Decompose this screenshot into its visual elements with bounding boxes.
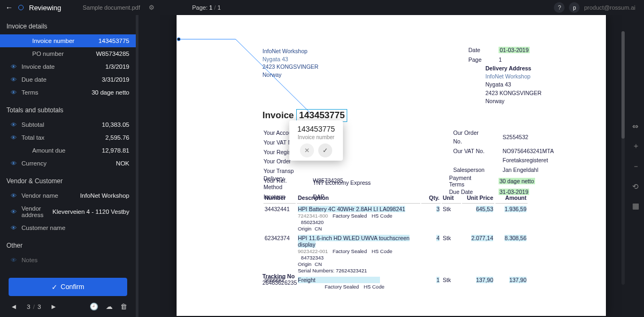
table-row: 999990 Freight Factory Sealed HS Code 1 …: [264, 276, 528, 291]
field-popup: 143453775 Invoice number ✕ ✓: [289, 120, 343, 161]
right-toolbar: ⇔ ＋ － ⟲ ▦: [630, 120, 642, 212]
clock-icon[interactable]: 🕘: [90, 302, 98, 311]
eye-icon[interactable]: 👁: [11, 121, 18, 128]
doc-delivery-address: Delivery Address InfoNet Workshop Nygata…: [486, 64, 541, 105]
zoom-in-icon[interactable]: ＋: [630, 139, 642, 153]
popup-label: Invoice number: [297, 134, 335, 140]
svg-point-0: [177, 38, 180, 41]
eye-icon[interactable]: 👁: [11, 208, 18, 215]
eye-icon[interactable]: 👁: [11, 89, 18, 96]
doc-order-block: Our Order No.S2554532 Our VAT No.NO97564…: [452, 128, 555, 176]
eye-icon[interactable]: 👁: [11, 134, 18, 141]
download-icon[interactable]: ☁: [106, 302, 113, 311]
doc-company-block: InfoNet Workshop Nygata 43 2423 KONGSVIN…: [262, 47, 318, 79]
help-button[interactable]: ?: [554, 2, 565, 13]
section-totals: Totals and subtotals: [0, 99, 136, 118]
doc-line-items-table: Number Description Qty. Unit Unit Price …: [262, 191, 529, 292]
avatar[interactable]: p: [569, 2, 580, 13]
field-notes[interactable]: 👁 Notes: [0, 254, 136, 266]
popup-value: 143453775: [297, 125, 335, 133]
rotate-icon[interactable]: ⟲: [630, 180, 642, 193]
status-dot-icon: [18, 5, 24, 10]
pager: ◀ 3 / 3 ▶ 🕘 ☁ 🗑: [9, 301, 127, 312]
sidebar-footer: ✓ Confirm ◀ 3 / 3 ▶ 🕘 ☁ 🗑: [0, 272, 136, 317]
doc-scrollbar-thumb[interactable]: [621, 31, 625, 139]
section-invoice-details: Invoice details: [0, 15, 136, 34]
gear-icon[interactable]: ⚙: [149, 4, 155, 11]
popup-accept-button[interactable]: ✓: [318, 143, 332, 157]
document-name: Sample document.pdf: [83, 4, 140, 11]
page-indicator: Page: 1 / 1: [192, 4, 221, 11]
section-other: Other: [0, 234, 136, 254]
eye-icon[interactable]: 👁: [11, 192, 18, 199]
field-invoice-number[interactable]: 👁 Invoice number 143453775: [0, 34, 136, 47]
eye-icon[interactable]: 👁: [11, 160, 18, 167]
field-subtotal[interactable]: 👁 Subtotal 10,383.05: [0, 118, 136, 131]
field-amount-due[interactable]: 👁 Amount due 12,978.81: [0, 144, 136, 157]
eye-icon[interactable]: 👁: [11, 76, 18, 83]
field-total-tax[interactable]: 👁 Total tax 2,595.76: [0, 131, 136, 144]
doc-tracking: Tracking No 26483626235: [262, 273, 297, 286]
eye-icon[interactable]: 👁: [11, 257, 18, 263]
field-customer-name[interactable]: 👁 Customer name: [0, 221, 136, 234]
eye-icon[interactable]: 👁: [11, 225, 18, 231]
document-area[interactable]: InfoNet Workshop Nygata 43 2423 KONGSVIN…: [138, 15, 644, 317]
grid-icon[interactable]: ▦: [630, 199, 642, 212]
field-po-number[interactable]: 👁 PO number W85734285: [0, 47, 136, 60]
document-page[interactable]: InfoNet Workshop Nygata 43 2423 KONGSVIN…: [177, 15, 606, 316]
doc-scrollbar[interactable]: [621, 31, 625, 285]
back-arrow-icon[interactable]: ←: [5, 3, 13, 12]
field-due-date[interactable]: 👁 Due date 3/31/2019: [0, 73, 136, 86]
field-vendor-name[interactable]: 👁 Vendor name InfoNet Workshop: [0, 189, 136, 202]
eye-icon[interactable]: 👁: [11, 63, 18, 70]
user-email: product@rossum.ai: [584, 4, 635, 11]
table-row: 34432441 HPI Battery 4C 40WHr 2.8AH LI L…: [264, 205, 528, 233]
field-terms[interactable]: 👁 Terms 30 dage netto: [0, 86, 136, 99]
popup-cancel-button[interactable]: ✕: [300, 143, 314, 157]
topbar: ← Reviewing Sample document.pdf ⚙ Page: …: [0, 0, 644, 15]
confirm-button[interactable]: ✓ Confirm: [9, 278, 127, 296]
check-icon: ✓: [52, 283, 57, 291]
doc-date-block: Date01-03-2019 Page1: [467, 45, 531, 66]
pager-next-icon[interactable]: ▶: [48, 301, 59, 312]
expand-icon[interactable]: ⇔: [630, 120, 642, 133]
section-vendor-customer: Vendor & Customer: [0, 170, 136, 189]
pager-count: 3 / 3: [27, 304, 41, 310]
field-vendor-address[interactable]: 👁 Vendor address Kleverveien 4 - 1120 Ve…: [0, 202, 136, 221]
sidebar: Invoice details 👁 Invoice number 1434537…: [0, 15, 136, 317]
field-invoice-date[interactable]: 👁 Invoice date 1/3/2019: [0, 60, 136, 73]
field-currency[interactable]: 👁 Currency NOK: [0, 157, 136, 170]
table-row: 62342374 HPI 11.6-inch HD WLED UWVA touc…: [264, 234, 528, 275]
page-status: Reviewing: [29, 4, 61, 12]
zoom-out-icon[interactable]: －: [630, 160, 642, 174]
trash-icon[interactable]: 🗑: [120, 302, 127, 311]
pager-prev-icon[interactable]: ◀: [9, 301, 19, 312]
